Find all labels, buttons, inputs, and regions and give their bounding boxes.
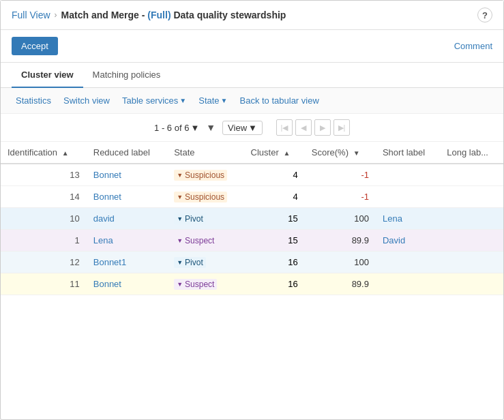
cell-state[interactable]: ▼ Pivot xyxy=(167,208,243,230)
state-label: State xyxy=(198,95,219,106)
pagination-nav: |◀ ◀ ▶ ▶| xyxy=(276,119,350,136)
cell-short-label: David xyxy=(376,230,440,252)
cell-long-label xyxy=(440,164,503,186)
title-bar: Full View › Match and Merge - (Full) Dat… xyxy=(1,1,503,30)
title-suffix: Data quality stewardship xyxy=(171,10,286,20)
title-prefix: Match and Merge - xyxy=(61,10,148,20)
cell-short-label xyxy=(376,164,440,186)
cell-cluster: 15 xyxy=(244,208,305,230)
col-header-state[interactable]: State xyxy=(167,142,243,164)
switch-view-button[interactable]: Switch view xyxy=(59,93,114,108)
nav-prev-button[interactable]: ◀ xyxy=(295,119,312,136)
help-button[interactable]: ? xyxy=(477,7,492,22)
cell-cluster: 16 xyxy=(244,252,305,273)
cell-long-label xyxy=(440,273,503,295)
cell-short-label xyxy=(376,186,440,208)
nav-first-button[interactable]: |◀ xyxy=(276,119,293,136)
table-row: 11Bonnet▼ Suspect1689.9 xyxy=(1,273,503,295)
filter-icon[interactable]: ▼ xyxy=(206,122,216,133)
col-score-sort: ▼ xyxy=(353,149,360,157)
col-header-long-label[interactable]: Long lab... xyxy=(440,142,503,164)
breadcrumb-separator: › xyxy=(55,10,57,20)
col-header-short-label[interactable]: Short label xyxy=(376,142,440,164)
title-highlight: (Full) xyxy=(147,10,171,20)
cell-reduced-label[interactable]: Bonnet xyxy=(87,186,167,208)
comment-link[interactable]: Comment xyxy=(454,41,492,51)
cell-long-label xyxy=(440,252,503,273)
view-label: View xyxy=(228,123,247,133)
col-header-identification[interactable]: Identification ▲ xyxy=(1,142,87,164)
cell-score: -1 xyxy=(305,186,376,208)
cell-score: 89.9 xyxy=(305,230,376,252)
back-tabular-button[interactable]: Back to tabular view xyxy=(235,93,323,108)
cell-short-label: Lena xyxy=(376,208,440,230)
cell-reduced-label[interactable]: Bonnet1 xyxy=(87,252,167,273)
table-services-button[interactable]: Table services ▼ xyxy=(118,93,190,108)
data-table-container: Identification ▲ Reduced label State Clu… xyxy=(1,142,503,419)
cell-cluster: 16 xyxy=(244,273,305,295)
col-cluster-sort: ▲ xyxy=(283,149,290,157)
cell-cluster: 15 xyxy=(244,230,305,252)
table-row: 13Bonnet▼ Suspicious4-1 xyxy=(1,164,503,186)
cell-id: 1 xyxy=(1,230,87,252)
toolbar: Accept Comment xyxy=(1,30,503,63)
cell-reduced-label[interactable]: Lena xyxy=(87,230,167,252)
cell-state[interactable]: ▼ Suspicious xyxy=(167,186,243,208)
cell-long-label xyxy=(440,230,503,252)
cell-score: 89.9 xyxy=(305,273,376,295)
col-header-cluster[interactable]: Cluster ▲ xyxy=(244,142,305,164)
breadcrumb: Full View › Match and Merge - (Full) Dat… xyxy=(12,10,286,20)
tab-matching-policies[interactable]: Matching policies xyxy=(83,63,171,88)
pagination-dropdown-arrow: ▼ xyxy=(190,123,199,133)
col-header-reduced-label[interactable]: Reduced label xyxy=(87,142,167,164)
cell-id: 10 xyxy=(1,208,87,230)
table-header-row: Identification ▲ Reduced label State Clu… xyxy=(1,142,503,164)
cell-id: 11 xyxy=(1,273,87,295)
pagination-count[interactable]: 1 - 6 of 6 ▼ xyxy=(154,123,199,133)
col-identification-label: Identification xyxy=(8,147,57,158)
cell-reduced-label[interactable]: Bonnet xyxy=(87,164,167,186)
col-header-score[interactable]: Score(%) ▼ xyxy=(305,142,376,164)
cell-reduced-label[interactable]: david xyxy=(87,208,167,230)
cell-state[interactable]: ▼ Suspicious xyxy=(167,164,243,186)
table-row: 10david▼ Pivot15100Lena xyxy=(1,208,503,230)
col-state-label: State xyxy=(174,147,194,158)
view-dropdown[interactable]: View ▼ xyxy=(222,121,263,135)
cell-id: 14 xyxy=(1,186,87,208)
tab-bar: Cluster view Matching policies xyxy=(1,63,503,88)
cell-short-label xyxy=(376,252,440,273)
cell-score: 100 xyxy=(305,252,376,273)
col-identification-sort: ▲ xyxy=(62,149,69,157)
cell-id: 13 xyxy=(1,164,87,186)
cell-long-label xyxy=(440,208,503,230)
state-button[interactable]: State ▼ xyxy=(194,93,231,108)
nav-next-button[interactable]: ▶ xyxy=(314,119,331,136)
statistics-button[interactable]: Statistics xyxy=(12,93,55,108)
cell-cluster: 4 xyxy=(244,186,305,208)
table-row: 12Bonnet1▼ Pivot16100 xyxy=(1,252,503,273)
view-dropdown-arrow: ▼ xyxy=(248,123,257,133)
cell-state[interactable]: ▼ Pivot xyxy=(167,252,243,273)
accept-button[interactable]: Accept xyxy=(12,37,58,55)
pagination-bar: 1 - 6 of 6 ▼ ▼ View ▼ |◀ ◀ ▶ ▶| xyxy=(1,114,503,142)
table-row: 14Bonnet▼ Suspicious4-1 xyxy=(1,186,503,208)
cell-cluster: 4 xyxy=(244,164,305,186)
cell-score: 100 xyxy=(305,208,376,230)
cell-long-label xyxy=(440,186,503,208)
col-reduced-label: Reduced label xyxy=(93,147,150,158)
breadcrumb-link[interactable]: Full View xyxy=(12,10,50,20)
cell-state[interactable]: ▼ Suspect xyxy=(167,230,243,252)
cell-short-label xyxy=(376,273,440,295)
subtoolbar: Statistics Switch view Table services ▼ … xyxy=(1,88,503,114)
col-cluster-label: Cluster xyxy=(251,147,279,158)
cell-state[interactable]: ▼ Suspect xyxy=(167,273,243,295)
state-arrow: ▼ xyxy=(221,97,228,104)
nav-last-button[interactable]: ▶| xyxy=(333,119,350,136)
tab-cluster-view[interactable]: Cluster view xyxy=(12,63,83,88)
col-score-label: Score(%) xyxy=(312,147,349,158)
cell-id: 12 xyxy=(1,252,87,273)
data-table: Identification ▲ Reduced label State Clu… xyxy=(1,142,503,295)
cell-reduced-label[interactable]: Bonnet xyxy=(87,273,167,295)
table-row: 1Lena▼ Suspect1589.9David xyxy=(1,230,503,252)
page-title: Match and Merge - (Full) Data quality st… xyxy=(61,10,286,20)
